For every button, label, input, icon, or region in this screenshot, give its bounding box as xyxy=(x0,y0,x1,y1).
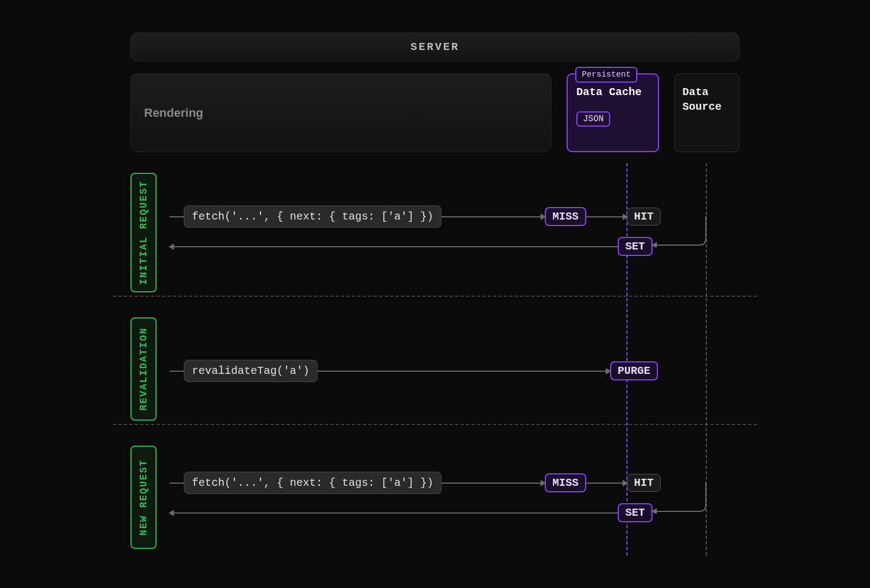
section-label-initial: INITIAL REQUEST xyxy=(130,173,157,292)
data-source-box: DataSource xyxy=(674,73,739,152)
rendering-label: Rendering xyxy=(144,106,203,120)
section-label-new: NEW REQUEST xyxy=(130,446,157,549)
svg-marker-0 xyxy=(652,242,657,247)
svg-marker-1 xyxy=(652,508,657,514)
section-revalidation: REVALIDATION revalidateTag('a') PURGE xyxy=(130,317,739,421)
status-miss-2: MISS xyxy=(545,473,586,492)
status-set-1: SET xyxy=(618,237,652,256)
code-revalidate: revalidateTag('a') xyxy=(184,360,318,382)
return-elbow-icon xyxy=(652,481,707,514)
section-label-revalidation: REVALIDATION xyxy=(130,317,157,421)
return-elbow-icon xyxy=(652,215,707,247)
data-cache-box: Persistent Data Cache JSON xyxy=(567,73,659,152)
status-purge: PURGE xyxy=(610,361,658,380)
code-fetch-2: fetch('...', { next: { tags: ['a'] }) xyxy=(184,472,442,494)
status-miss-1: MISS xyxy=(545,207,586,226)
data-source-title: DataSource xyxy=(682,86,722,113)
data-cache-title: Data Cache xyxy=(576,85,649,99)
section-new-request: NEW REQUEST fetch('...', { next: { tags:… xyxy=(130,446,739,549)
top-row: Rendering Persistent Data Cache JSON Dat… xyxy=(130,73,739,152)
rendering-box: Rendering xyxy=(130,73,551,152)
json-chip: JSON xyxy=(576,111,610,127)
status-set-2: SET xyxy=(618,503,652,522)
server-header: SERVER xyxy=(130,33,739,61)
section-initial-request: INITIAL REQUEST fetch('...', { next: { t… xyxy=(130,173,739,292)
persistent-badge: Persistent xyxy=(575,67,637,83)
code-fetch-1: fetch('...', { next: { tags: ['a'] }) xyxy=(184,205,442,228)
